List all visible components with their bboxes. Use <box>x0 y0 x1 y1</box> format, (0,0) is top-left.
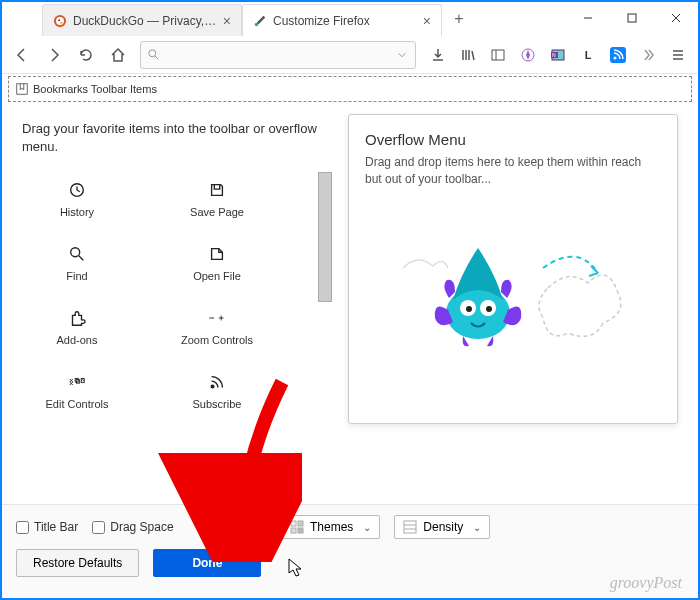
search-icon <box>147 48 161 62</box>
close-icon[interactable]: × <box>223 13 231 29</box>
svg-point-1 <box>56 17 64 25</box>
item-edit-controls[interactable]: Edit Controls <box>22 364 132 418</box>
restore-defaults-button[interactable]: Restore Defaults <box>16 549 139 577</box>
open-file-icon <box>207 244 227 264</box>
chevron-down-icon[interactable] <box>395 48 409 62</box>
history-icon <box>67 180 87 200</box>
svg-rect-37 <box>291 521 296 526</box>
svg-point-31 <box>211 386 214 389</box>
dragspace-checkbox[interactable]: Drag Space <box>92 520 173 534</box>
bottom-bar: Title Bar Drag Space bars⌄ Themes⌄ Densi… <box>2 504 698 598</box>
svg-point-2 <box>58 19 60 21</box>
svg-rect-41 <box>404 521 416 533</box>
item-save-page[interactable]: Save Page <box>162 172 272 226</box>
puzzle-icon <box>67 308 87 328</box>
duck-icon <box>53 14 67 28</box>
item-find[interactable]: Find <box>22 236 132 290</box>
overflow-title: Overflow Menu <box>365 131 661 148</box>
sidebar-button[interactable] <box>484 41 512 69</box>
scrollbar[interactable] <box>318 172 332 302</box>
item-zoom[interactable]: Zoom Controls <box>162 300 272 354</box>
overflow-chevron-icon[interactable] <box>634 41 662 69</box>
home-button[interactable] <box>104 41 132 69</box>
rss-icon[interactable] <box>604 41 632 69</box>
cursor-icon <box>288 558 304 578</box>
rss-icon <box>207 372 227 392</box>
item-history[interactable]: History <box>22 172 132 226</box>
bookmarks-label: Bookmarks Toolbar Items <box>33 83 157 95</box>
themes-dropdown[interactable]: Themes⌄ <box>281 515 380 539</box>
close-window-button[interactable] <box>654 2 698 34</box>
library-button[interactable] <box>454 41 482 69</box>
bookmarks-toolbar-items[interactable]: Bookmarks Toolbar Items <box>8 76 692 102</box>
save-icon <box>207 180 227 200</box>
window-controls <box>566 2 698 36</box>
downloads-button[interactable] <box>424 41 452 69</box>
edit-icon <box>67 372 87 392</box>
done-button[interactable]: Done <box>153 549 261 577</box>
svg-point-36 <box>486 306 492 312</box>
swatch-icon <box>290 520 304 534</box>
onenote-icon[interactable]: N <box>544 41 572 69</box>
menu-button[interactable] <box>664 41 692 69</box>
tab-label: DuckDuckGo — Privacy, sim <box>73 14 217 28</box>
reload-button[interactable] <box>72 41 100 69</box>
item-subscribe[interactable]: Subscribe <box>162 364 272 418</box>
watermark: groovyPost <box>610 574 682 592</box>
density-icon <box>403 520 417 534</box>
item-addons[interactable]: Add-ons <box>22 300 132 354</box>
available-items-pane: Drag your favorite items into the toolba… <box>2 102 342 532</box>
svg-line-9 <box>155 55 159 59</box>
tab-duckduckgo[interactable]: DuckDuckGo — Privacy, sim × <box>42 4 242 36</box>
svg-point-23 <box>71 248 80 257</box>
svg-rect-21 <box>17 84 28 95</box>
svg-point-34 <box>466 306 472 312</box>
tab-strip: DuckDuckGo — Privacy, sim × Customize Fi… <box>2 2 566 36</box>
url-bar[interactable] <box>140 41 416 69</box>
svg-rect-5 <box>628 14 636 22</box>
svg-line-24 <box>79 256 84 261</box>
density-dropdown[interactable]: Density⌄ <box>394 515 490 539</box>
svg-rect-40 <box>298 528 303 533</box>
toolbars-dropdown[interactable]: bars⌄ <box>208 515 267 539</box>
brush-icon <box>253 14 267 28</box>
chevron-down-icon: ⌄ <box>363 522 371 533</box>
overflow-illustration <box>365 218 661 358</box>
zoom-icon <box>207 308 227 328</box>
instruction-text: Drag your favorite items into the toolba… <box>22 120 332 156</box>
svg-text:N: N <box>552 52 556 58</box>
titlebar-checkbox[interactable]: Title Bar <box>16 520 78 534</box>
forward-button[interactable] <box>40 41 68 69</box>
overflow-menu-panel[interactable]: Overflow Menu Drag and drop items here t… <box>348 114 678 424</box>
overflow-description: Drag and drop items here to keep them wi… <box>365 154 661 188</box>
tab-label: Customize Firefox <box>273 14 417 28</box>
item-open-file[interactable]: Open File <box>162 236 272 290</box>
svg-rect-39 <box>291 528 296 533</box>
svg-rect-10 <box>492 50 504 60</box>
new-tab-button[interactable]: + <box>446 6 472 32</box>
close-icon[interactable]: × <box>423 13 431 29</box>
chevron-down-icon: ⌄ <box>250 522 258 533</box>
search-icon <box>67 244 87 264</box>
nav-toolbar: N L <box>2 36 698 74</box>
maximize-button[interactable] <box>610 2 654 34</box>
extension-icon[interactable] <box>514 41 542 69</box>
svg-point-8 <box>149 49 156 56</box>
lastpass-icon[interactable]: L <box>574 41 602 69</box>
chevron-down-icon: ⌄ <box>473 522 481 533</box>
svg-rect-38 <box>298 521 303 526</box>
bookmark-icon <box>15 82 29 96</box>
titlebar: DuckDuckGo — Privacy, sim × Customize Fi… <box>2 2 698 36</box>
svg-point-3 <box>255 22 259 26</box>
customize-main: Drag your favorite items into the toolba… <box>2 102 698 532</box>
minimize-button[interactable] <box>566 2 610 34</box>
svg-point-17 <box>614 56 617 59</box>
tab-customize[interactable]: Customize Firefox × <box>242 4 442 36</box>
back-button[interactable] <box>8 41 36 69</box>
